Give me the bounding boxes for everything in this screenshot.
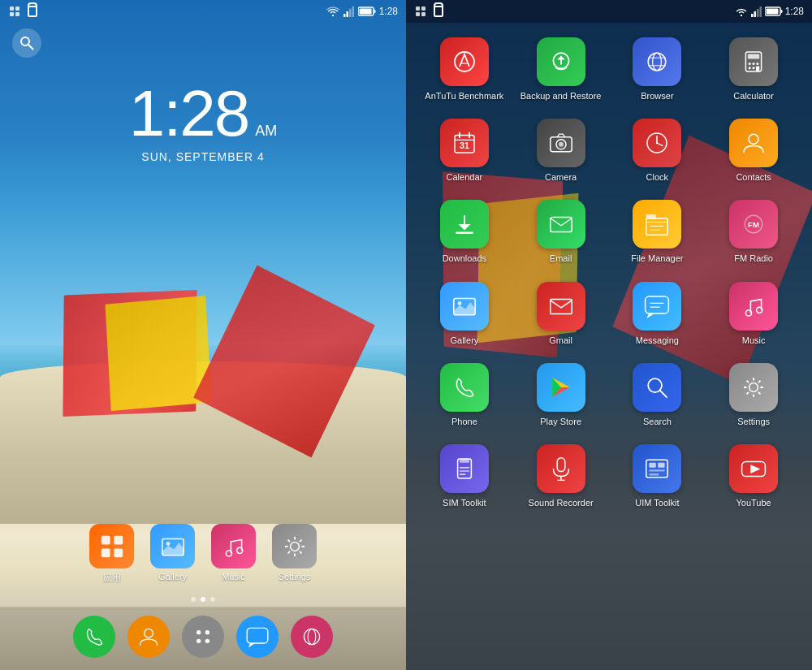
app-icon	[440, 282, 489, 331]
clock-date: SUN, SEPTEMBER 4	[0, 150, 406, 163]
signal-icon-left	[343, 6, 355, 17]
app-grid-item[interactable]: Backup and Restore	[515, 31, 607, 108]
app-icon	[440, 200, 489, 249]
svg-rect-0	[10, 6, 14, 11]
dock-app-icon[interactable]	[236, 616, 279, 658]
search-circle[interactable]	[12, 28, 41, 58]
app-grid-item[interactable]: Email	[515, 193, 607, 270]
home-app-item[interactable]: 应用	[89, 524, 134, 584]
clock-display: 1:28AM SUN, SEPTEMBER 4	[0, 81, 406, 163]
svg-rect-73	[646, 214, 656, 219]
svg-rect-102	[650, 473, 659, 475]
svg-rect-71	[550, 218, 571, 232]
status-icons-left	[8, 5, 37, 18]
app-grid-item[interactable]: YouTube	[707, 438, 800, 515]
svg-point-28	[304, 629, 319, 644]
app-label: SIM Toolkit	[443, 498, 486, 508]
app-grid-item[interactable]: Settings	[707, 357, 800, 434]
dock-app-icon[interactable]	[73, 616, 115, 658]
svg-rect-15	[101, 548, 110, 557]
svg-rect-13	[101, 535, 110, 544]
search-bar-left[interactable]	[12, 28, 41, 58]
svg-point-21	[290, 542, 299, 551]
svg-rect-56	[756, 66, 759, 71]
app-icon	[440, 444, 489, 493]
home-icon-right	[414, 5, 427, 18]
app-grid-item[interactable]: Messaging	[611, 275, 704, 352]
app-grid-item[interactable]: File Manager	[611, 193, 704, 270]
app-grid-item[interactable]: FM FM Radio	[707, 193, 800, 270]
app-label: Gallery	[450, 335, 478, 346]
svg-point-29	[308, 629, 316, 644]
svg-rect-34	[751, 14, 754, 17]
app-grid-item[interactable]: Clock	[611, 112, 704, 189]
home-app-item[interactable]: Gallery	[150, 524, 195, 584]
dock-app-icon[interactable]	[127, 616, 170, 658]
svg-point-45	[649, 53, 667, 71]
app-grid-item[interactable]: Play Store	[515, 357, 607, 434]
svg-rect-6	[349, 9, 352, 17]
app-label: Backup and Restore	[520, 91, 602, 102]
svg-point-54	[749, 67, 751, 69]
app-icon	[440, 363, 489, 412]
svg-point-22	[145, 629, 153, 638]
left-panel: 1:28 1:28AM SUN, SEPTEMBER 4 应用 Gallery …	[0, 0, 406, 670]
app-grid-item[interactable]: Music	[707, 275, 800, 352]
home-app-label: Music	[222, 572, 245, 581]
app-icon	[633, 363, 681, 412]
svg-rect-9	[374, 10, 375, 13]
svg-rect-33	[421, 12, 425, 16]
app-grid-item[interactable]: 31 Calendar	[418, 112, 511, 189]
app-icon	[633, 444, 681, 493]
app-icon	[537, 282, 585, 331]
svg-point-19	[226, 550, 231, 555]
app-grid-item[interactable]: Calculator	[707, 31, 800, 108]
app-grid-item[interactable]: Phone	[418, 357, 511, 434]
app-grid: AnTuTu Benchmark Backup and Restore Brow…	[406, 23, 812, 670]
home-app-icon	[211, 524, 256, 568]
app-icon	[633, 282, 681, 331]
app-grid-item[interactable]: Downloads	[418, 193, 511, 270]
svg-point-53	[756, 63, 758, 65]
app-label: UIM Toolkit	[635, 498, 679, 508]
app-grid-item[interactable]: Contacts	[707, 112, 800, 189]
app-label: Music	[742, 335, 766, 346]
app-grid-item[interactable]: Gmail	[515, 275, 607, 352]
app-grid-item[interactable]: Browser	[611, 31, 704, 108]
svg-rect-36	[757, 9, 759, 17]
app-icon	[440, 37, 489, 86]
app-grid-item[interactable]: Gallery	[418, 275, 511, 352]
app-icon	[729, 37, 778, 86]
svg-rect-91	[460, 459, 469, 463]
app-grid-item[interactable]: Search	[611, 357, 704, 434]
svg-point-11	[21, 37, 29, 45]
home-app-item[interactable]: Music	[211, 524, 256, 584]
app-grid-item[interactable]: UIM Toolkit	[611, 438, 704, 515]
app-grid-item[interactable]: SIM Toolkit	[418, 438, 511, 515]
app-label: File Manager	[631, 253, 683, 264]
home-apps-row: 应用 Gallery Music Settings	[0, 516, 406, 592]
app-grid-item[interactable]: Camera	[515, 112, 607, 189]
svg-rect-80	[550, 299, 571, 313]
page-dot-3	[210, 597, 215, 602]
svg-point-68	[656, 142, 658, 144]
svg-rect-100	[659, 463, 665, 468]
battery-icon-right	[765, 6, 783, 16]
page-indicator	[0, 592, 406, 607]
app-icon	[729, 119, 778, 167]
app-grid-item[interactable]: AnTuTu Benchmark	[418, 31, 511, 108]
status-bar-left: 1:28	[0, 0, 406, 23]
dock-app-icon[interactable]	[182, 616, 224, 658]
wifi-icon-right	[734, 6, 749, 17]
app-icon	[633, 37, 681, 86]
svg-text:31: 31	[460, 140, 469, 150]
svg-point-55	[753, 67, 755, 69]
dock-app-icon[interactable]	[291, 616, 333, 658]
home-app-icon	[272, 524, 317, 568]
svg-rect-95	[557, 458, 565, 472]
status-right-left: 1:28	[326, 6, 398, 17]
home-app-item[interactable]: Settings	[272, 524, 317, 584]
svg-rect-50	[748, 54, 759, 58]
app-label: Email	[550, 253, 572, 264]
app-grid-item[interactable]: Sound Recorder	[515, 438, 607, 515]
